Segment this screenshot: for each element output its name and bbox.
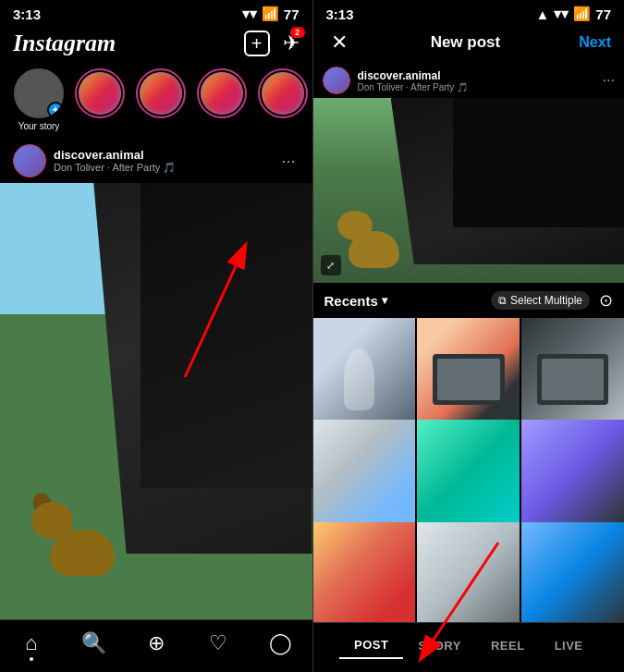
heart-icon: ♡ [209, 631, 227, 655]
photo-cell-7[interactable] [313, 522, 416, 622]
stories-row: + Your story [0, 65, 312, 139]
camera-button[interactable]: ⊙ [599, 290, 613, 311]
recents-dropdown[interactable]: Recents ▾ [324, 293, 387, 309]
my-story-label: Your story [18, 121, 60, 131]
left-post-more-button[interactable]: ··· [277, 152, 299, 171]
photo-cell-6[interactable] [521, 420, 624, 522]
left-post-header: discover.animal Don Toliver · After Part… [0, 139, 312, 183]
right-post-header: discover.animal Don Toliver · After Part… [313, 63, 625, 98]
post-type-bar: POST STORY REEL LIVE [313, 622, 625, 672]
photo-cell-5[interactable] [417, 420, 520, 522]
nav-reels[interactable]: ⊕ [138, 629, 175, 657]
close-button[interactable]: ✕ [326, 30, 352, 55]
right-post-username: discover.animal [358, 69, 595, 82]
messages-button[interactable]: ✈ 2 [283, 31, 300, 55]
left-post-username: discover.animal [54, 148, 270, 162]
left-post-section: discover.animal Don Toliver · After Part… [0, 139, 312, 619]
select-multiple-label: Select Multiple [510, 294, 582, 307]
left-post-image [0, 183, 312, 619]
story-item-1[interactable] [74, 68, 126, 121]
left-panel: 3:13 ▾▾ 📶 77 Instagram + ✈ 2 + Your stor… [0, 0, 312, 672]
my-story[interactable]: + Your story [13, 68, 65, 131]
right-post-more-button[interactable]: ··· [603, 72, 615, 89]
dog-figure [31, 493, 133, 576]
chevron-down-icon: ▾ [382, 294, 387, 307]
right-signal-icon: 📶 [573, 6, 591, 22]
add-post-button[interactable]: + [244, 31, 270, 56]
right-post-info: discover.animal Don Toliver · After Part… [358, 69, 595, 92]
home-icon: ⌂ [25, 631, 37, 655]
main-image-preview: ⤢ [313, 98, 625, 283]
story-item-3[interactable] [196, 68, 248, 121]
post-type-post[interactable]: POST [339, 632, 403, 659]
photo-cell-9[interactable] [521, 522, 624, 622]
photo-cell-3[interactable] [521, 318, 624, 421]
wifi-icon: ▾▾ [242, 6, 257, 22]
new-post-title: New post [431, 33, 501, 52]
right-status-bar: 3:13 ▲ ▾▾ 📶 77 [313, 0, 625, 26]
photo-cell-2[interactable] [417, 318, 520, 421]
header-icons: + ✈ 2 [244, 31, 300, 56]
nav-home[interactable]: ⌂ [13, 629, 50, 657]
nav-search[interactable]: 🔍 [75, 629, 112, 657]
photo-grid [313, 318, 625, 622]
photo-cell-1[interactable] [313, 318, 416, 421]
search-icon: 🔍 [81, 631, 106, 655]
right-wifi-icon: ▾▾ [554, 6, 569, 22]
nav-active-indicator [30, 657, 33, 661]
left-post-user-info: discover.animal Don Toliver · After Part… [54, 148, 270, 174]
select-multiple-button[interactable]: ⧉ Select Multiple [491, 291, 590, 310]
story-item-2[interactable] [135, 68, 187, 121]
battery-icon: 77 [284, 6, 300, 22]
left-bottom-nav: ⌂ 🔍 ⊕ ♡ ◯ [0, 619, 312, 672]
messages-badge: 2 [290, 27, 305, 38]
recents-bar: Recents ▾ ⧉ Select Multiple ⊙ [313, 283, 625, 318]
select-multiple-icon: ⧉ [498, 294, 507, 307]
left-header: Instagram + ✈ 2 [0, 26, 312, 65]
main-dog-figure [337, 203, 411, 268]
right-panel: 3:13 ▲ ▾▾ 📶 77 ✕ New post Next discover.… [313, 0, 625, 672]
expand-icon[interactable]: ⤢ [321, 255, 341, 275]
location-icon: ▲ [535, 6, 549, 22]
recents-label-text: Recents [324, 293, 378, 309]
right-battery-icon: 77 [595, 6, 611, 22]
next-button[interactable]: Next [579, 34, 611, 51]
left-post-subtitle: Don Toliver · After Party 🎵 [54, 162, 270, 174]
right-header: ✕ New post Next [313, 26, 625, 63]
add-story-icon: + [47, 102, 64, 118]
my-story-avatar: + [14, 68, 64, 118]
nav-profile[interactable]: ◯ [263, 629, 300, 657]
recents-right-controls: ⧉ Select Multiple ⊙ [491, 290, 613, 311]
post-type-reel[interactable]: REEL [476, 633, 540, 658]
right-post-avatar [323, 67, 350, 94]
left-post-avatar [13, 144, 46, 177]
signal-icon: 📶 [262, 6, 279, 22]
right-time: 3:13 [326, 6, 354, 22]
nav-heart[interactable]: ♡ [200, 629, 237, 657]
reels-icon: ⊕ [148, 631, 165, 655]
photo-cell-4[interactable] [313, 420, 416, 522]
post-type-story[interactable]: STORY [403, 633, 476, 658]
left-status-icons: ▾▾ 📶 77 [242, 6, 300, 22]
right-status-icons: ▲ ▾▾ 📶 77 [535, 6, 611, 22]
photo-cell-8[interactable] [417, 522, 520, 622]
post-type-live[interactable]: LIVE [540, 633, 598, 658]
story-item-4[interactable] [257, 68, 309, 121]
instagram-logo: Instagram [13, 30, 116, 57]
profile-icon: ◯ [269, 631, 292, 655]
right-post-subtitle: Don Toliver · After Party 🎵 [358, 82, 595, 92]
left-time: 3:13 [13, 6, 41, 22]
left-status-bar: 3:13 ▾▾ 📶 77 [0, 0, 312, 26]
